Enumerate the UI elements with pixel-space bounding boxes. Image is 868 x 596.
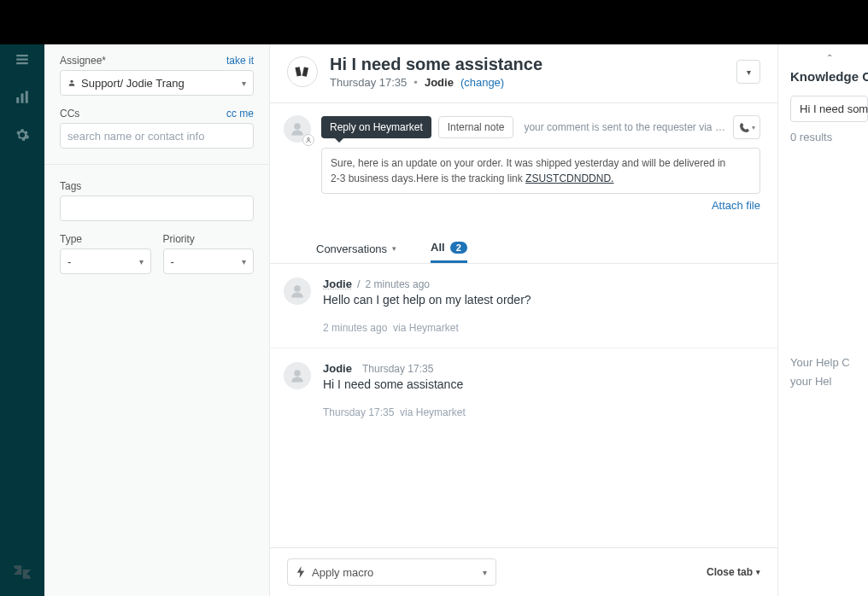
call-button[interactable]: ▾ [733,115,760,139]
type-select[interactable]: - ▾ [60,248,151,274]
tab-conversations-label: Conversations [316,242,387,255]
reply-hint: your comment is sent to the requester vi… [524,121,726,133]
tags-input[interactable] [60,196,254,221]
views-icon[interactable] [14,51,31,68]
attach-file-link[interactable]: Attach file [712,199,760,212]
message-author: Jodie [323,362,352,375]
ticket-footer: Apply macro ▾ Close tab ▾ [270,547,777,596]
zendesk-logo-icon [14,564,31,581]
person-icon [67,79,76,87]
requester-name: Jodie [425,76,454,89]
message-row: Jodie Thursday 17:35 Hi I need some assi… [270,348,777,432]
channel-icon [287,56,318,87]
priority-value: - [171,255,174,268]
ccs-input[interactable] [60,123,254,149]
ccs-label: CCs [60,108,79,120]
message-author[interactable]: Jodie [323,278,352,290]
svg-rect-5 [26,91,28,103]
chevron-down-icon: ▾ [242,79,246,88]
knowledge-title: Knowledge Cap [790,69,868,84]
tab-all[interactable]: All 2 [431,234,467,263]
ticket-timestamp: Thursday 17:35 [330,76,407,89]
main-column: Hi I need some assistance Thursday 17:35… [270,44,777,596]
settings-icon[interactable] [14,126,31,143]
vertical-rail [0,44,44,596]
knowledge-search[interactable]: Hi I need some [790,96,868,122]
svg-rect-1 [16,59,28,61]
reports-icon[interactable] [14,89,31,106]
reply-line2: 2-3 business days.Here is the tracking l… [331,172,525,184]
message-row: Jodie / 2 minutes ago Hello can I get he… [270,264,777,348]
reply-section: Reply on Heymarket Internal note your co… [270,103,777,219]
ticket-header: Hi I need some assistance Thursday 17:35… [270,44,777,103]
ticket-title: Hi I need some assistance [330,55,542,74]
app-root: Assignee* take it Support/ Jodie Trang ▾… [0,0,868,596]
chevron-down-icon: ▾ [392,244,396,253]
take-it-link[interactable]: take it [226,55,254,67]
priority-select[interactable]: - ▾ [163,248,255,274]
chevron-down-icon: ▾ [483,568,487,577]
svg-rect-4 [21,94,24,103]
user-avatar [284,278,311,305]
reply-tab-internal-note[interactable]: Internal note [438,116,514,138]
agent-avatar [284,115,311,143]
svg-point-12 [294,370,301,377]
avatar-badge-icon [302,134,314,146]
properties-sidebar: Assignee* take it Support/ Jodie Trang ▾… [44,44,270,596]
tags-label: Tags [60,180,254,192]
messages-list: Jodie / 2 minutes ago Hello can I get he… [270,264,777,547]
user-avatar [284,362,311,389]
tab-conversations[interactable]: Conversations ▾ [316,236,396,262]
cc-me-link[interactable]: cc me [226,108,254,120]
bolt-icon [296,566,305,578]
svg-rect-2 [16,62,28,64]
apply-macro-select[interactable]: Apply macro ▾ [287,558,496,586]
message-text: Hi I need some assistance [323,377,760,391]
reply-line1: Sure, here is an update on your order. I… [331,157,725,169]
meta-time: Thursday 17:35 [323,406,394,418]
assignee-value: Support/ Jodie Trang [81,77,185,90]
message-time: 2 minutes ago [366,278,430,290]
knowledge-results: 0 results [790,131,868,143]
priority-label: Priority [163,233,255,245]
macro-label: Apply macro [312,566,373,579]
reply-tab-heymarket[interactable]: Reply on Heymarket [321,116,431,138]
meta-via: via Heymarket [400,406,466,418]
dot-separator: • [413,76,418,89]
chevron-down-icon: ▾ [139,257,144,266]
knowledge-help-text: Your Help C your Hel [790,354,850,391]
knowledge-panel: ⌃ Knowledge Cap Hi I need some 0 results… [777,44,868,596]
svg-point-9 [294,123,301,130]
type-value: - [67,255,71,268]
close-tab-button[interactable]: Close tab ▾ [707,566,760,578]
sep: / [357,278,361,290]
svg-rect-7 [295,67,301,76]
svg-rect-8 [302,67,308,76]
meta-time: 2 minutes ago [323,322,387,334]
assignee-label: Assignee* [60,55,106,67]
type-label: Type [60,233,151,245]
conversation-tabs: Conversations ▾ All 2 [270,234,777,264]
header-dropdown[interactable]: ▾ [736,60,760,84]
message-time: Thursday 17:35 [362,363,433,375]
divider [44,164,269,165]
chevron-down-icon: ▾ [242,257,246,266]
meta-via: via Heymarket [393,322,459,334]
svg-rect-0 [16,55,28,56]
tab-all-label: All [431,241,445,254]
svg-point-10 [308,137,310,140]
chevron-down-icon: ▾ [756,568,760,576]
tab-all-count: 2 [450,242,467,254]
tracking-link[interactable]: ZSUSTCDNDDND. [525,172,613,184]
change-requester-link[interactable]: (change) [460,76,504,89]
close-tab-label: Close tab [707,566,753,578]
reply-textarea[interactable]: Sure, here is an update on your order. I… [321,148,760,194]
svg-rect-3 [16,97,19,103]
assignee-select[interactable]: Support/ Jodie Trang ▾ [60,70,254,96]
collapse-panel-icon[interactable]: ⌃ [790,53,868,62]
svg-point-6 [70,80,73,83]
message-text: Hello can I get help on my latest order? [323,293,760,307]
svg-point-11 [294,285,301,292]
